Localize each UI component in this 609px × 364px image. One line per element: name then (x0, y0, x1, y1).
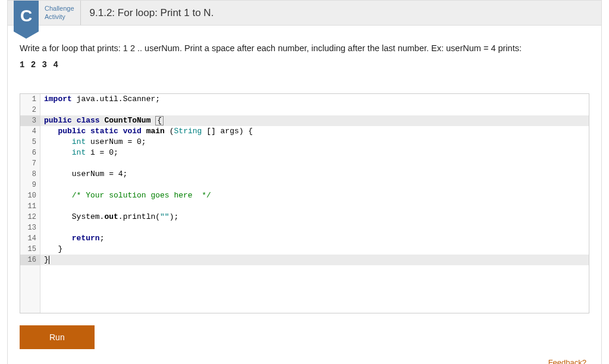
instructions-text: Write a for loop that prints: 1 2 .. use… (20, 43, 589, 53)
code-line: 8 userNum = 4; (20, 169, 589, 180)
code-line: 10 /* Your solution goes here */ (20, 190, 589, 201)
badge-letter: C (20, 7, 32, 26)
activity-container: C Challenge Activity 9.1.2: For loop: Pr… (7, 0, 602, 364)
code-line: 13 (20, 222, 589, 233)
code-line: 14 return; (20, 233, 589, 244)
code-line: 12 System.out.println(""); (20, 212, 589, 222)
activity-title: 9.1.2: For loop: Print 1 to N. (81, 1, 214, 25)
code-line: 4 public static void main (String [] arg… (20, 126, 589, 137)
badge-labels: Challenge Activity (39, 1, 81, 25)
code-line: 2 (20, 105, 589, 115)
code-line: 15 } (20, 244, 589, 255)
code-line: 1import java.util.Scanner; (20, 94, 589, 105)
code-line: 5 int userNum = 0; (20, 137, 589, 148)
code-editor[interactable]: 1import java.util.Scanner; 2 3public cla… (20, 93, 589, 313)
header-bar: C Challenge Activity 9.1.2: For loop: Pr… (8, 1, 601, 26)
editor-padding (20, 265, 589, 313)
feedback-link[interactable]: Feedback? (8, 349, 601, 364)
code-line: 6 int i = 0; (20, 148, 589, 158)
code-line: 16} (20, 255, 589, 265)
run-button[interactable]: Run (20, 325, 95, 349)
code-line: 3public class CountToNum { (20, 115, 589, 126)
example-output: 1 2 3 4 (20, 60, 589, 70)
challenge-badge: C (14, 1, 39, 32)
content-area: Write a for loop that prints: 1 2 .. use… (8, 26, 601, 93)
badge-label-2: Activity (45, 13, 74, 21)
code-line: 7 (20, 158, 589, 169)
badge-label-1: Challenge (45, 5, 74, 12)
code-line: 9 (20, 180, 589, 190)
code-line: 11 (20, 201, 589, 212)
